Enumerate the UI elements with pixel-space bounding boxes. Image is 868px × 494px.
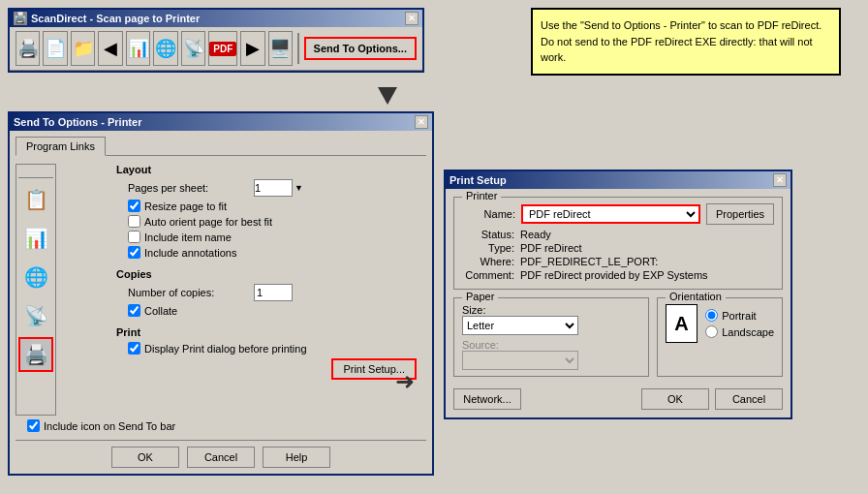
include-icon-row: Include icon on Send To bar <box>27 419 426 432</box>
printer-name-select[interactable]: PDF reDirect <box>521 204 700 224</box>
include-item-checkbox[interactable] <box>128 231 140 243</box>
type-label: Type: <box>462 242 520 254</box>
side-icon-2[interactable]: 📊 <box>18 221 53 256</box>
orientation-box: A Portrait Landscape <box>666 304 774 343</box>
toolbar-doc-btn[interactable]: 📄 <box>43 31 67 66</box>
print-cancel-btn[interactable]: Cancel <box>715 388 783 410</box>
collate-label: Collate <box>144 305 177 317</box>
toolbar-forward-btn[interactable]: ▶ <box>240 31 264 66</box>
where-row: Where: PDF_REDIRECT_LE_PORT: <box>462 256 774 267</box>
resize-page-checkbox[interactable] <box>128 200 140 212</box>
send-to-options-btn[interactable]: Send To Options... <box>304 37 417 60</box>
dialog-bottom-buttons: OK Cancel Help <box>16 440 426 468</box>
toolbar-ppt-btn[interactable]: 📊 <box>126 31 150 66</box>
pages-dropdown-icon[interactable]: ▼ <box>294 183 303 193</box>
toolbar-globe-btn[interactable]: 🌐 <box>153 31 177 66</box>
tab-bar: Program Links <box>16 137 426 156</box>
type-row: Type: PDF reDirect <box>462 242 774 254</box>
side-icon-4[interactable]: 📡 <box>18 298 53 333</box>
size-row: Size: Letter <box>462 304 640 335</box>
side-icon-1[interactable]: 📋 <box>18 182 53 217</box>
num-copies-input[interactable] <box>254 284 293 301</box>
auto-orient-row: Auto orient page for best fit <box>128 215 426 228</box>
info-text: Use the "Send to Options - Printer" to s… <box>541 19 822 63</box>
toolbar-pdf-btn[interactable]: PDF <box>208 31 237 66</box>
display-dialog-label: Display Print dialog before printing <box>144 343 307 355</box>
where-label: Where: <box>462 256 520 267</box>
landscape-radio[interactable] <box>705 325 718 338</box>
comment-label: Comment: <box>462 269 520 281</box>
auto-orient-label: Auto orient page for best fit <box>144 216 272 228</box>
include-item-row: Include item name <box>128 231 426 243</box>
where-value: PDF_REDIRECT_LE_PORT: <box>520 256 658 267</box>
program-links-tab[interactable]: Program Links <box>16 137 106 156</box>
paper-group: Paper Size: Letter Source: <box>453 297 649 377</box>
status-label: Status: <box>462 229 520 240</box>
paper-source-select[interactable] <box>462 351 578 370</box>
info-box: Use the "Send to Options - Printer" to s… <box>531 8 841 76</box>
scandirect-close-btn[interactable]: ✕ <box>405 12 418 25</box>
print-label: Print <box>116 326 426 338</box>
ok-button[interactable]: OK <box>111 447 179 468</box>
status-row: Status: Ready <box>462 229 774 240</box>
cancel-label: Cancel <box>204 451 237 463</box>
network-btn[interactable]: Network... <box>453 388 521 410</box>
num-copies-row: Number of copies: <box>128 284 426 301</box>
help-label: Help <box>286 451 308 463</box>
properties-label: Properties <box>716 208 764 220</box>
portrait-row: Portrait <box>705 309 774 322</box>
print-setup-title: Print Setup <box>450 174 507 186</box>
arrow-to-dialog <box>378 87 397 105</box>
name-label: Name: <box>462 208 515 220</box>
print-setup-dialog: Print Setup ✕ Printer Name: PDF reDirect… <box>444 170 792 419</box>
toolbar-scan-btn[interactable]: 🖥️ <box>268 31 293 66</box>
printer-group-title: Printer <box>462 190 501 201</box>
side-icon-5[interactable]: 🖨️ <box>18 337 53 372</box>
toolbar-ftp-btn[interactable]: 📡 <box>181 31 205 66</box>
cancel-button[interactable]: Cancel <box>187 447 255 468</box>
portrait-label: Portrait <box>722 310 756 322</box>
side-icon-3[interactable]: 🌐 <box>18 260 53 294</box>
help-button[interactable]: Help <box>263 447 330 468</box>
print-ok-label: OK <box>667 393 683 405</box>
num-copies-label: Number of copies: <box>128 287 254 298</box>
print-setup-titlebar: Print Setup ✕ <box>446 171 790 189</box>
paper-size-select[interactable]: Letter <box>462 316 578 335</box>
toolbar-back-btn[interactable]: ◀ <box>98 31 122 66</box>
pages-per-sheet-input[interactable] <box>254 179 293 197</box>
collate-checkbox[interactable] <box>128 304 140 317</box>
toolbar-folder-btn[interactable]: 📁 <box>71 31 95 66</box>
include-icon-checkbox[interactable] <box>27 419 40 432</box>
layout-label: Layout <box>116 164 426 175</box>
scandirect-titlebar: 🖨️ ScanDirect - Scan page to Printer ✕ <box>10 10 422 27</box>
print-setup-close-btn[interactable]: ✕ <box>773 173 787 187</box>
portrait-radio[interactable] <box>705 309 718 322</box>
display-dialog-checkbox[interactable] <box>128 342 140 355</box>
include-annotations-row: Include annotations <box>128 246 426 259</box>
landscape-row: Landscape <box>705 325 774 338</box>
include-item-label: Include item name <box>144 232 232 243</box>
orientation-group: Orientation A Portrait Landscape <box>657 297 783 377</box>
print-setup-bottom: Network... OK Cancel <box>453 385 783 410</box>
properties-btn[interactable]: Properties <box>706 203 774 225</box>
size-label: Size: <box>462 304 485 316</box>
auto-orient-checkbox[interactable] <box>128 215 140 228</box>
type-value: PDF reDirect <box>520 242 582 254</box>
send-to-close-btn[interactable]: ✕ <box>415 115 428 129</box>
comment-row: Comment: PDF reDirect provided by EXP Sy… <box>462 269 774 281</box>
scandirect-icon: 🖨️ <box>14 12 27 25</box>
print-ok-btn[interactable]: OK <box>641 388 709 410</box>
scandirect-window: 🖨️ ScanDirect - Scan page to Printer ✕ 🖨… <box>8 8 424 73</box>
orientation-icon: A <box>666 304 698 343</box>
copies-section: Copies Number of copies: Collate <box>116 268 426 317</box>
source-label: Source: <box>462 339 499 351</box>
arrow-to-print-setup: ➜ <box>395 368 415 395</box>
send-to-options-label: Send To Options... <box>314 43 407 54</box>
scandirect-title: ScanDirect - Scan page to Printer <box>31 13 200 24</box>
send-to-dialog-title: Send To Options - Printer <box>14 116 141 128</box>
include-annotations-checkbox[interactable] <box>128 246 140 259</box>
include-icon-label: Include icon on Send To bar <box>44 420 175 432</box>
landscape-label: Landscape <box>722 326 774 338</box>
printer-group: Printer Name: PDF reDirect Properties St… <box>453 197 783 290</box>
toolbar-printer-btn[interactable]: 🖨️ <box>16 31 40 66</box>
